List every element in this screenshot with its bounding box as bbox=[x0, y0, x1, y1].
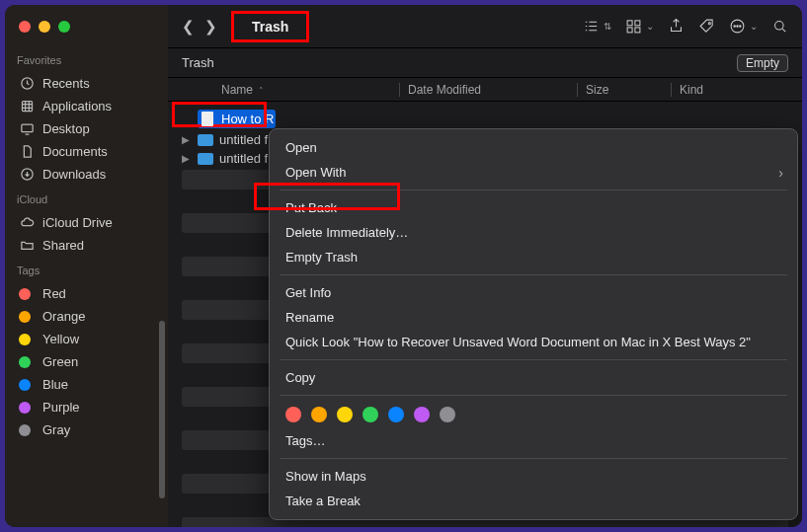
column-date[interactable]: Date Modified bbox=[399, 83, 577, 97]
disclosure-icon[interactable]: ▶ bbox=[182, 153, 192, 164]
sidebar-tag-item[interactable]: Purple bbox=[17, 396, 160, 418]
sidebar-header-icloud: iCloud bbox=[17, 193, 160, 205]
ctx-tags[interactable]: Tags… bbox=[270, 428, 797, 453]
sidebar-item-shared[interactable]: Shared bbox=[17, 234, 160, 257]
window-title: Trash bbox=[252, 19, 288, 35]
path-bar: Trash Empty bbox=[168, 48, 802, 78]
svg-rect-4 bbox=[627, 21, 632, 26]
fullscreen-icon[interactable] bbox=[58, 21, 70, 33]
sidebar-tag-item[interactable]: Gray bbox=[17, 418, 160, 441]
sidebar-tag-item[interactable]: Yellow bbox=[17, 328, 160, 350]
ctx-show-in-maps[interactable]: Show in Maps bbox=[270, 464, 797, 489]
sidebar-tag-item[interactable]: Green bbox=[17, 350, 160, 373]
view-list-button[interactable]: ⇅ bbox=[583, 18, 611, 35]
empty-trash-button[interactable]: Empty bbox=[737, 54, 788, 72]
ctx-delete-immediately[interactable]: Delete Immediately… bbox=[270, 220, 797, 245]
tag-dot-icon bbox=[19, 356, 31, 368]
tag-dot-icon bbox=[19, 424, 31, 436]
column-kind[interactable]: Kind bbox=[671, 83, 788, 97]
disclosure-icon[interactable]: ▶ bbox=[182, 134, 192, 145]
ctx-open-with[interactable]: Open With bbox=[270, 160, 797, 185]
svg-rect-5 bbox=[635, 21, 640, 26]
ctx-color-tags[interactable] bbox=[270, 401, 797, 428]
tag-color-swatch[interactable] bbox=[440, 407, 455, 422]
sort-asc-icon: ˄ bbox=[259, 86, 264, 96]
sidebar-item-documents[interactable]: Documents bbox=[17, 140, 160, 163]
tag-button[interactable] bbox=[698, 18, 715, 35]
group-by-button[interactable]: ⌄ bbox=[625, 18, 654, 35]
file-row[interactable]: How to R bbox=[182, 108, 788, 130]
tag-color-swatch[interactable] bbox=[388, 407, 404, 422]
svg-point-10 bbox=[734, 26, 735, 27]
back-button[interactable]: ❮ bbox=[182, 18, 195, 36]
svg-point-12 bbox=[740, 26, 741, 27]
file-name: How to R bbox=[221, 112, 274, 126]
more-button[interactable]: ⌄ bbox=[729, 18, 758, 35]
file-name: untitled f bbox=[219, 151, 268, 166]
finder-window: Favorites Recents Applications Desktop D… bbox=[5, 5, 802, 527]
tag-dot-icon bbox=[19, 379, 31, 391]
apps-icon bbox=[19, 99, 35, 114]
sidebar-header-favorites: Favorites bbox=[17, 54, 160, 66]
clock-icon bbox=[19, 76, 35, 91]
ctx-separator bbox=[280, 458, 787, 459]
sidebar-item-desktop[interactable]: Desktop bbox=[17, 117, 160, 140]
shared-folder-icon bbox=[19, 238, 35, 253]
minimize-icon[interactable] bbox=[39, 21, 50, 33]
tag-color-swatch[interactable] bbox=[311, 407, 327, 422]
ctx-put-back[interactable]: Put Back bbox=[270, 195, 797, 220]
tag-dot-icon bbox=[19, 402, 31, 414]
search-button[interactable] bbox=[771, 18, 788, 35]
sidebar: Favorites Recents Applications Desktop D… bbox=[5, 5, 168, 527]
ctx-copy[interactable]: Copy bbox=[270, 365, 797, 390]
ctx-open[interactable]: Open bbox=[270, 135, 797, 160]
svg-rect-7 bbox=[635, 28, 640, 33]
column-size[interactable]: Size bbox=[577, 83, 671, 97]
forward-button[interactable]: ❯ bbox=[204, 18, 217, 36]
svg-rect-6 bbox=[627, 28, 632, 33]
ctx-separator bbox=[280, 274, 787, 275]
ctx-get-info[interactable]: Get Info bbox=[270, 280, 797, 305]
document-icon bbox=[19, 144, 35, 159]
sidebar-scrollbar[interactable] bbox=[159, 321, 165, 498]
sidebar-item-applications[interactable]: Applications bbox=[17, 95, 160, 117]
sidebar-item-downloads[interactable]: Downloads bbox=[17, 163, 160, 186]
sidebar-header-tags: Tags bbox=[17, 265, 160, 276]
share-button[interactable] bbox=[668, 18, 685, 35]
ctx-separator bbox=[280, 359, 787, 360]
title-highlight: Trash bbox=[231, 11, 309, 42]
sidebar-tag-item[interactable]: Orange bbox=[17, 305, 160, 328]
column-name[interactable]: Name˄ bbox=[182, 83, 399, 97]
tag-color-swatch[interactable] bbox=[337, 407, 353, 422]
tag-dot-icon bbox=[19, 311, 31, 323]
close-icon[interactable] bbox=[19, 21, 31, 33]
download-icon bbox=[19, 167, 35, 182]
window-traffic-lights[interactable] bbox=[17, 15, 160, 46]
context-menu: Open Open With Put Back Delete Immediate… bbox=[269, 128, 798, 520]
sidebar-item-label: Orange bbox=[42, 309, 85, 324]
svg-point-11 bbox=[737, 26, 738, 27]
toolbar: ❮ ❯ Trash ⇅ ⌄ ⌄ bbox=[168, 5, 802, 48]
sidebar-tag-item[interactable]: Blue bbox=[17, 373, 160, 396]
sidebar-item-label: Yellow bbox=[42, 332, 79, 346]
ctx-empty-trash[interactable]: Empty Trash bbox=[270, 245, 797, 269]
tag-color-swatch[interactable] bbox=[363, 407, 378, 422]
folder-icon bbox=[198, 134, 213, 146]
sidebar-item-label: Blue bbox=[42, 377, 68, 392]
tag-color-swatch[interactable] bbox=[414, 407, 430, 422]
ctx-rename[interactable]: Rename bbox=[270, 305, 797, 330]
sidebar-item-icloud-drive[interactable]: iCloud Drive bbox=[17, 211, 160, 234]
column-headers[interactable]: Name˄ Date Modified Size Kind bbox=[168, 78, 802, 102]
tag-dot-icon bbox=[19, 288, 31, 300]
sidebar-item-recents[interactable]: Recents bbox=[17, 72, 160, 95]
cloud-icon bbox=[19, 215, 35, 230]
ctx-take-a-break[interactable]: Take a Break bbox=[270, 489, 797, 513]
sidebar-tag-item[interactable]: Red bbox=[17, 282, 160, 305]
sidebar-item-label: Recents bbox=[42, 76, 90, 91]
ctx-quick-look[interactable]: Quick Look "How to Recover Unsaved Word … bbox=[270, 330, 797, 354]
svg-rect-1 bbox=[22, 102, 32, 112]
sidebar-item-label: iCloud Drive bbox=[42, 215, 113, 230]
ctx-separator bbox=[280, 395, 787, 396]
sidebar-item-label: Documents bbox=[42, 144, 108, 159]
tag-color-swatch[interactable] bbox=[285, 407, 301, 422]
